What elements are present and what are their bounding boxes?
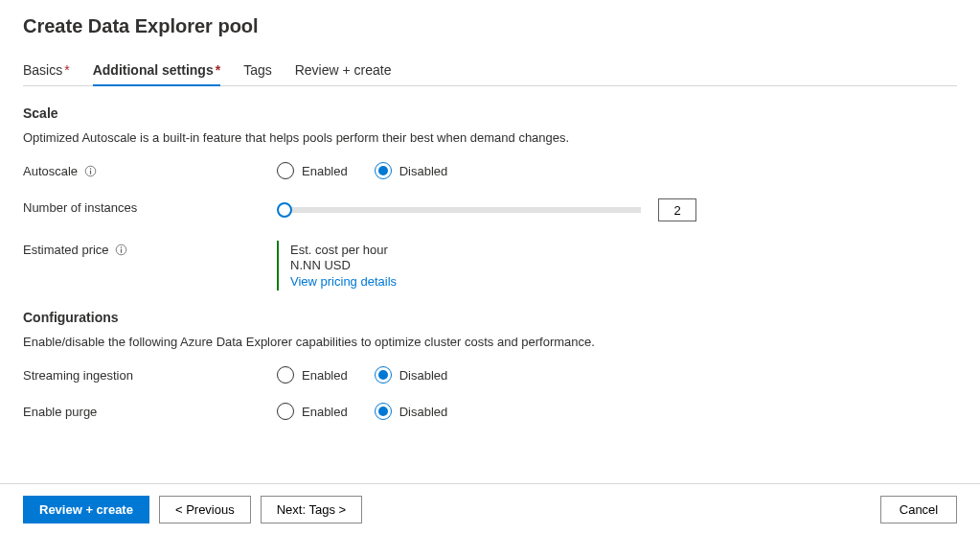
required-marker: * xyxy=(64,62,69,78)
tab-basics[interactable]: Basics* xyxy=(23,57,70,85)
previous-button[interactable]: < Previous xyxy=(159,496,251,523)
cancel-button[interactable]: Cancel xyxy=(880,496,957,523)
scale-heading: Scale xyxy=(23,105,957,121)
svg-point-4 xyxy=(121,246,122,247)
purge-enabled-radio[interactable]: Enabled xyxy=(277,403,348,420)
autoscale-label: Autoscale xyxy=(23,164,78,178)
scale-description: Optimized Autoscale is a built-in featur… xyxy=(23,130,957,145)
tab-additional-settings[interactable]: Additional settings* xyxy=(93,57,220,85)
streaming-disabled-radio[interactable]: Disabled xyxy=(375,366,448,384)
svg-point-1 xyxy=(89,168,90,169)
autoscale-row: Autoscale Enabled Disabled xyxy=(23,162,957,179)
instances-slider[interactable] xyxy=(277,201,641,219)
autoscale-disabled-radio[interactable]: Disabled xyxy=(375,162,448,179)
tab-tags[interactable]: Tags xyxy=(243,57,272,85)
svg-rect-2 xyxy=(90,171,91,174)
purge-label: Enable purge xyxy=(23,405,97,419)
info-icon[interactable] xyxy=(83,165,97,178)
configurations-heading: Configurations xyxy=(23,310,957,325)
tab-label: Basics xyxy=(23,62,62,78)
radio-label: Disabled xyxy=(399,405,448,419)
slider-track xyxy=(285,207,641,213)
radio-label: Disabled xyxy=(399,164,448,178)
review-create-button[interactable]: Review + create xyxy=(23,496,149,523)
streaming-row: Streaming ingestion Enabled Disabled xyxy=(23,366,957,384)
info-icon[interactable] xyxy=(115,244,128,257)
radio-label: Enabled xyxy=(302,164,348,178)
view-pricing-link[interactable]: View pricing details xyxy=(290,274,397,289)
est-cost-label: Est. cost per hour xyxy=(290,243,397,257)
tab-bar: Basics* Additional settings* Tags Review… xyxy=(23,57,957,86)
instances-label: Number of instances xyxy=(23,200,137,215)
radio-label: Disabled xyxy=(399,368,448,383)
est-cost-value: N.NN USD xyxy=(290,258,397,272)
estimated-cost-box: Est. cost per hour N.NN USD View pricing… xyxy=(277,241,397,291)
estimated-price-row: Estimated price Est. cost per hour N.NN … xyxy=(23,241,957,291)
purge-disabled-radio[interactable]: Disabled xyxy=(375,403,448,420)
svg-rect-5 xyxy=(121,249,122,253)
slider-thumb[interactable] xyxy=(277,202,292,218)
tab-label: Additional settings xyxy=(93,62,214,78)
purge-row: Enable purge Enabled Disabled xyxy=(23,403,957,420)
required-marker: * xyxy=(216,62,220,78)
instances-row: Number of instances xyxy=(23,198,957,221)
instances-input[interactable] xyxy=(658,198,696,221)
tab-review-create[interactable]: Review + create xyxy=(295,57,392,85)
radio-label: Enabled xyxy=(302,368,348,383)
radio-label: Enabled xyxy=(302,405,348,419)
page-title: Create Data Explorer pool xyxy=(23,15,957,37)
streaming-enabled-radio[interactable]: Enabled xyxy=(277,366,348,384)
tab-label: Tags xyxy=(243,62,272,78)
configurations-description: Enable/disable the following Azure Data … xyxy=(23,335,957,349)
estimated-price-label: Estimated price xyxy=(23,243,109,257)
streaming-label: Streaming ingestion xyxy=(23,368,133,383)
next-button[interactable]: Next: Tags > xyxy=(261,496,362,523)
footer-bar: Review + create < Previous Next: Tags > … xyxy=(0,483,980,535)
autoscale-enabled-radio[interactable]: Enabled xyxy=(277,162,348,179)
tab-label: Review + create xyxy=(295,62,392,78)
